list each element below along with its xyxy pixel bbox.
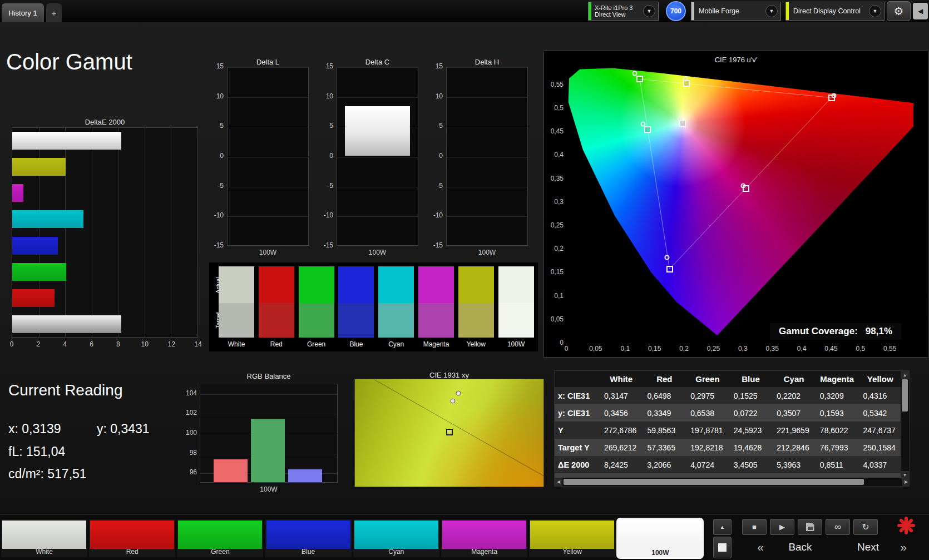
delta-chart-title: Delta L: [227, 58, 309, 66]
save-button[interactable]: [798, 519, 822, 535]
stop-icon: ■: [752, 523, 757, 531]
table-cell: 0,1525: [729, 391, 773, 400]
patch-swatch: [178, 521, 262, 549]
delta-x-label: 100W: [446, 249, 528, 256]
table-cell: 3,4505: [729, 460, 773, 469]
table-cell: 59,8563: [643, 426, 686, 435]
patch-label: 100W: [617, 549, 703, 557]
delta-chart-delta-h: [446, 67, 528, 246]
history-tab[interactable]: History 1: [2, 3, 44, 22]
red-asterisk-icon[interactable]: [896, 516, 917, 536]
horizontal-scroll-thumb[interactable]: [564, 479, 864, 485]
table-cell: 272,6786: [600, 426, 643, 435]
delta-y-tick: 0: [422, 152, 443, 160]
app-root: History 1 + X-Rite i1Pro 3 Direct View ▼…: [0, 0, 929, 560]
reading-fl: fL: 151,04: [8, 444, 65, 459]
next-button[interactable]: Next: [844, 537, 892, 558]
scroll-up-icon[interactable]: ▲: [901, 371, 909, 379]
patch-button-green[interactable]: Green: [177, 519, 263, 557]
rgb-y-tick: 98: [177, 449, 197, 457]
table-cell: 0,3209: [816, 391, 859, 400]
table-cell: 221,9659: [772, 426, 816, 435]
delta-y-tick: 15: [422, 62, 443, 70]
cie1931-target-marker: [446, 429, 453, 435]
swatch-actual-yellow: [458, 266, 494, 303]
green-target-marker: [636, 76, 643, 82]
deltae-bar-white: [12, 132, 121, 150]
scroll-right-icon[interactable]: ▶: [902, 478, 910, 486]
back-button[interactable]: Back: [770, 537, 830, 558]
table-header-cell: Cyan: [772, 374, 816, 384]
display-dropdown-button[interactable]: ▼: [869, 5, 881, 17]
scroll-left-icon[interactable]: ◀: [555, 478, 562, 486]
delta-y-tick: 5: [312, 122, 333, 130]
swatch-actual-magenta: [418, 266, 454, 303]
reading-y: y: 0,3431: [97, 422, 150, 437]
play-button[interactable]: ▶: [770, 519, 794, 535]
stop-button[interactable]: ■: [742, 519, 767, 535]
delta-y-tick: -5: [422, 182, 443, 190]
patch-button-magenta[interactable]: Magenta: [441, 519, 527, 557]
patch-button-yellow[interactable]: Yellow: [529, 519, 615, 557]
delta-gridline: [447, 97, 527, 98]
deltae-x-tick: 4: [57, 340, 73, 348]
continuous-measure-button[interactable]: ∞: [826, 519, 850, 535]
swatch-label: Green: [297, 340, 337, 348]
gamut-coverage: Gamut Coverage: 98,1%: [770, 323, 901, 340]
display-control-selector[interactable]: Direct Display Control ▼: [785, 2, 884, 21]
rgb-bar-green: [251, 419, 285, 482]
patch-label: White: [1, 548, 87, 556]
cie-y-tick: 0,4: [544, 151, 564, 158]
table-vertical-scrollbar[interactable]: ▲ ▼: [901, 371, 909, 479]
patch-swatch: [2, 521, 86, 549]
pattern-window-button[interactable]: [713, 537, 732, 558]
cie-y-tick: 0,5: [544, 104, 564, 112]
table-cell: 197,8781: [686, 426, 729, 435]
patch-button-blue[interactable]: Blue: [265, 519, 352, 557]
swatch-actual-blue: [338, 266, 374, 303]
meter-dropdown-button[interactable]: ▼: [643, 5, 655, 17]
deltae-chart-title: DeltaE 2000: [12, 118, 198, 126]
patch-button-white[interactable]: White: [1, 519, 87, 557]
table-header-cell: White: [600, 374, 643, 384]
cie-x-tick: 0,55: [878, 345, 902, 353]
target-luminance-badge[interactable]: 700: [666, 1, 686, 21]
table-header-cell: Red: [643, 374, 686, 384]
swatch-actual-100w: [498, 266, 534, 303]
table-cell: 19,4628: [729, 443, 773, 452]
delta-gridline: [447, 127, 527, 127]
table-cell: 0,6538: [686, 409, 729, 418]
table-cell: 0,3456: [600, 409, 643, 418]
green-measured-marker: [632, 71, 637, 76]
workflow-dropdown-button[interactable]: ▼: [765, 5, 778, 17]
patch-button-red[interactable]: Red: [89, 519, 175, 557]
settings-button[interactable]: ⚙: [887, 1, 911, 21]
forward-chevrons-button[interactable]: »: [895, 537, 912, 558]
swatch-label: Cyan: [376, 340, 416, 348]
display-control-label: Direct Display Control: [789, 7, 869, 15]
workflow-selector[interactable]: Mobile Forge ▼: [691, 2, 781, 21]
collapse-panel-button[interactable]: ◀: [913, 3, 928, 19]
delta-gridline: [447, 216, 527, 217]
meter-selector[interactable]: X-Rite i1Pro 3 Direct View ▼: [588, 2, 659, 21]
swatch-label: Yellow: [456, 340, 496, 348]
swatch-target-cyan: [378, 303, 414, 338]
cie-y-tick: 0,35: [544, 175, 564, 182]
add-tab-button[interactable]: +: [46, 3, 62, 22]
deltae-bars: [12, 132, 197, 333]
table-cell: 0,3147: [600, 391, 643, 400]
table-header-cell: Magenta: [816, 374, 859, 384]
magenta-measured-marker: [740, 183, 745, 188]
play-icon: ▶: [779, 523, 785, 531]
table-row-label: Y: [555, 426, 600, 435]
patch-button-cyan[interactable]: Cyan: [353, 519, 439, 557]
refresh-button[interactable]: ↻: [853, 519, 878, 535]
swatch-label: Red: [256, 340, 297, 348]
patch-button-100w[interactable]: 100W: [617, 518, 703, 558]
table-row: y: CIE310,34560,33490,65380,07220,35070,…: [555, 404, 902, 422]
back-chevrons-button[interactable]: «: [752, 537, 769, 558]
table-horizontal-scrollbar[interactable]: ◀ ▶: [555, 478, 910, 486]
vertical-scroll-thumb[interactable]: [902, 379, 908, 412]
delta-bar: [345, 106, 410, 156]
expand-up-button[interactable]: ▲: [713, 519, 732, 535]
